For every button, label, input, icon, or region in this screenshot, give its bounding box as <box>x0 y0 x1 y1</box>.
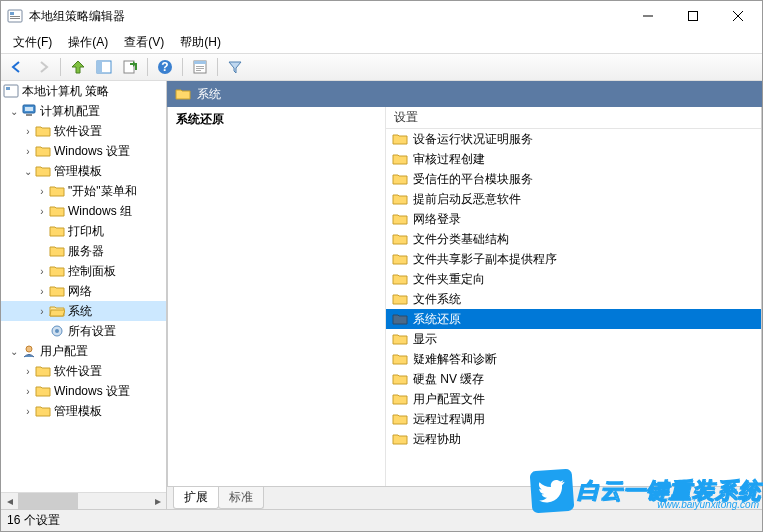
tree-uc-admin[interactable]: ›管理模板 <box>1 401 166 421</box>
tree-cc-net[interactable]: ›网络 <box>1 281 166 301</box>
folder-icon <box>392 432 408 446</box>
close-button[interactable] <box>715 2 760 30</box>
list-item[interactable]: 系统还原 <box>386 309 761 329</box>
folder-icon <box>392 172 408 186</box>
list-item-label: 疑难解答和诊断 <box>413 351 497 368</box>
up-button[interactable] <box>66 56 90 78</box>
tree-cc-software[interactable]: ›软件设置 <box>1 121 166 141</box>
list-column-header[interactable]: 设置 <box>386 107 761 129</box>
properties-button[interactable] <box>188 56 212 78</box>
folder-icon <box>49 203 65 219</box>
expand-icon[interactable]: › <box>21 144 35 158</box>
list-item[interactable]: 远程过程调用 <box>386 409 761 429</box>
selection-title: 系统还原 <box>176 111 377 128</box>
tree-user-config[interactable]: ⌄用户配置 <box>1 341 166 361</box>
tree-cc-all[interactable]: 所有设置 <box>1 321 166 341</box>
menu-action[interactable]: 操作(A) <box>60 32 116 53</box>
expand-icon[interactable]: › <box>21 364 35 378</box>
export-button[interactable] <box>118 56 142 78</box>
list-item[interactable]: 设备运行状况证明服务 <box>386 129 761 149</box>
folder-icon <box>35 143 51 159</box>
folder-icon <box>175 87 191 101</box>
list-item[interactable]: 审核过程创建 <box>386 149 761 169</box>
show-hide-tree-button[interactable] <box>92 56 116 78</box>
tree-cc-system[interactable]: ›系统 <box>1 301 166 321</box>
scroll-left-icon[interactable]: ◂ <box>1 493 18 509</box>
list-item[interactable]: 受信任的平台模块服务 <box>386 169 761 189</box>
menu-view[interactable]: 查看(V) <box>116 32 172 53</box>
svg-rect-15 <box>196 66 204 67</box>
svg-rect-5 <box>688 12 697 21</box>
help-button[interactable]: ? <box>153 56 177 78</box>
back-button[interactable] <box>5 56 29 78</box>
list-item-label: 文件系统 <box>413 291 461 308</box>
forward-button[interactable] <box>31 56 55 78</box>
tree-view[interactable]: 本地计算机 策略 ⌄计算机配置 ›软件设置 ›Windows 设置 ⌄管理模板 … <box>1 81 166 492</box>
tree-computer-config[interactable]: ⌄计算机配置 <box>1 101 166 121</box>
folder-open-icon <box>49 303 65 319</box>
tree-hscrollbar[interactable]: ◂ ▸ <box>1 492 166 509</box>
tree-cc-windows[interactable]: ›Windows 设置 <box>1 141 166 161</box>
collapse-icon[interactable]: ⌄ <box>7 104 21 118</box>
list-item-label: 文件夹重定向 <box>413 271 485 288</box>
list-item[interactable]: 文件系统 <box>386 289 761 309</box>
policy-icon <box>3 83 19 99</box>
scroll-right-icon[interactable]: ▸ <box>149 493 166 509</box>
content-title: 系统 <box>197 86 221 103</box>
expand-icon[interactable]: › <box>35 184 49 198</box>
expand-icon[interactable]: › <box>35 264 49 278</box>
filter-button[interactable] <box>223 56 247 78</box>
tree-cc-wincomp[interactable]: ›Windows 组 <box>1 201 166 221</box>
collapse-icon[interactable]: ⌄ <box>21 164 35 178</box>
tree-uc-software[interactable]: ›软件设置 <box>1 361 166 381</box>
list-item[interactable]: 提前启动反恶意软件 <box>386 189 761 209</box>
menu-help[interactable]: 帮助(H) <box>172 32 229 53</box>
folder-icon <box>392 352 408 366</box>
tree-cc-server[interactable]: 服务器 <box>1 241 166 261</box>
expand-icon[interactable]: › <box>35 204 49 218</box>
list-item[interactable]: 显示 <box>386 329 761 349</box>
tab-standard[interactable]: 标准 <box>218 487 264 509</box>
app-icon <box>7 8 23 24</box>
list-item-label: 受信任的平台模块服务 <box>413 171 533 188</box>
minimize-button[interactable] <box>625 2 670 30</box>
folder-icon <box>392 232 408 246</box>
tree-cc-admin[interactable]: ⌄管理模板 <box>1 161 166 181</box>
list-item[interactable]: 硬盘 NV 缓存 <box>386 369 761 389</box>
list-item[interactable]: 网络登录 <box>386 209 761 229</box>
tree-root[interactable]: 本地计算机 策略 <box>1 81 166 101</box>
tree-cc-start[interactable]: ›"开始"菜单和 <box>1 181 166 201</box>
tree-uc-windows[interactable]: ›Windows 设置 <box>1 381 166 401</box>
expand-icon[interactable]: › <box>21 404 35 418</box>
list-item[interactable]: 用户配置文件 <box>386 389 761 409</box>
expand-icon[interactable]: › <box>21 124 35 138</box>
list-item-label: 用户配置文件 <box>413 391 485 408</box>
folder-icon <box>392 392 408 406</box>
scrollbar-thumb[interactable] <box>18 493 78 509</box>
expand-icon[interactable]: › <box>35 284 49 298</box>
collapse-icon[interactable]: ⌄ <box>7 344 21 358</box>
expand-icon[interactable]: › <box>35 304 49 318</box>
folder-icon <box>392 212 408 226</box>
settings-list[interactable]: 设备运行状况证明服务审核过程创建受信任的平台模块服务提前启动反恶意软件网络登录文… <box>386 129 761 486</box>
folder-icon <box>392 132 408 146</box>
tab-extended[interactable]: 扩展 <box>173 487 219 509</box>
list-item-label: 系统还原 <box>413 311 461 328</box>
list-item-label: 设备运行状况证明服务 <box>413 131 533 148</box>
list-item[interactable]: 远程协助 <box>386 429 761 449</box>
settings-icon <box>49 323 65 339</box>
maximize-button[interactable] <box>670 2 715 30</box>
tree-cc-ctrl[interactable]: ›控制面板 <box>1 261 166 281</box>
list-item[interactable]: 文件夹重定向 <box>386 269 761 289</box>
description-panel: 系统还原 <box>168 107 386 486</box>
list-item[interactable]: 文件分类基础结构 <box>386 229 761 249</box>
list-item[interactable]: 文件共享影子副本提供程序 <box>386 249 761 269</box>
list-item[interactable]: 疑难解答和诊断 <box>386 349 761 369</box>
svg-text:?: ? <box>161 60 168 74</box>
titlebar: 本地组策略编辑器 <box>1 1 762 31</box>
expand-icon[interactable]: › <box>21 384 35 398</box>
list-item-label: 文件分类基础结构 <box>413 231 509 248</box>
menu-file[interactable]: 文件(F) <box>5 32 60 53</box>
list-item-label: 网络登录 <box>413 211 461 228</box>
tree-cc-printer[interactable]: 打印机 <box>1 221 166 241</box>
